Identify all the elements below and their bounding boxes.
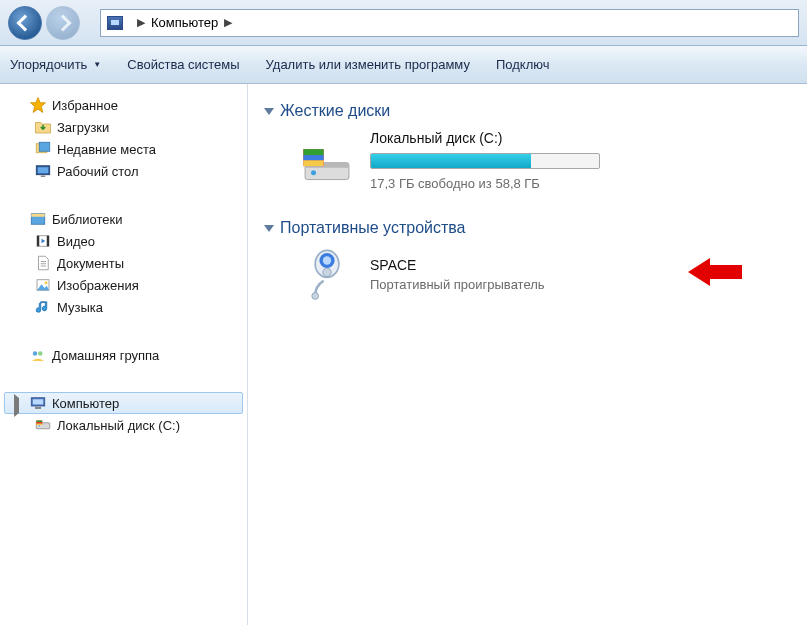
- back-button[interactable]: [8, 6, 42, 40]
- connect-label: Подключ: [496, 57, 550, 72]
- svg-point-34: [323, 256, 331, 264]
- sidebar-item-label: Недавние места: [57, 142, 156, 157]
- svg-rect-19: [35, 407, 41, 409]
- arrow-right-icon: [55, 14, 72, 31]
- sidebar-item-label: Видео: [57, 234, 95, 249]
- drive-title: Локальный диск (C:): [370, 130, 600, 146]
- address-bar[interactable]: ▶ Компьютер ▶: [100, 9, 799, 37]
- arrow-left-icon: [17, 14, 34, 31]
- sidebar-item-label: Библиотеки: [52, 212, 122, 227]
- svg-rect-4: [38, 167, 49, 173]
- svg-point-15: [33, 351, 38, 356]
- toolbar: Упорядочить ▼ Свойства системы Удалить и…: [0, 46, 807, 84]
- sidebar-item-label: Документы: [57, 256, 124, 271]
- uninstall-program-button[interactable]: Удалить или изменить программу: [266, 57, 470, 72]
- navigation-pane: Избранное Загрузки Недавние места Рабочи…: [0, 84, 248, 625]
- svg-rect-30: [303, 160, 323, 166]
- annotation-arrow-icon: [688, 254, 742, 290]
- sidebar-item-label: Избранное: [52, 98, 118, 113]
- sidebar-item-label: Музыка: [57, 300, 103, 315]
- svg-rect-5: [41, 176, 46, 178]
- drive-free-space: 17,3 ГБ свободно из 58,8 ГБ: [370, 176, 600, 191]
- content-pane: Жесткие диски Локальный диск (C:): [248, 84, 807, 625]
- svg-marker-0: [31, 98, 46, 113]
- chevron-right-icon: ▶: [224, 16, 232, 29]
- svg-marker-37: [688, 258, 742, 286]
- storage-bar: [370, 153, 600, 169]
- music-icon: [34, 298, 52, 316]
- folder-download-icon: [34, 118, 52, 136]
- forward-button[interactable]: [46, 6, 80, 40]
- expander-icon[interactable]: [14, 350, 24, 360]
- svg-rect-24: [36, 424, 42, 426]
- device-title: SPACE: [370, 257, 545, 273]
- hard-drive-icon: [300, 134, 354, 188]
- hard-drive-icon: [34, 416, 52, 434]
- sidebar-favorites[interactable]: Избранное: [4, 94, 243, 116]
- document-icon: [34, 254, 52, 272]
- chevron-right-icon: ▶: [137, 16, 145, 29]
- svg-rect-29: [303, 149, 323, 155]
- sidebar-item-documents[interactable]: Документы: [4, 252, 243, 274]
- group-header-portable[interactable]: Портативные устройства: [264, 219, 791, 237]
- svg-rect-9: [37, 236, 39, 247]
- sidebar-item-desktop[interactable]: Рабочий стол: [4, 160, 243, 182]
- chevron-down-icon: ▼: [93, 60, 101, 69]
- svg-point-16: [38, 351, 43, 356]
- organize-button[interactable]: Упорядочить ▼: [10, 57, 101, 72]
- svg-rect-18: [33, 399, 44, 404]
- svg-point-36: [312, 293, 319, 300]
- nav-bar: ▶ Компьютер ▶: [0, 0, 807, 46]
- star-icon: [29, 96, 47, 114]
- group-header-drives[interactable]: Жесткие диски: [264, 102, 791, 120]
- system-properties-button[interactable]: Свойства системы: [127, 57, 239, 72]
- sidebar-item-pictures[interactable]: Изображения: [4, 274, 243, 296]
- sidebar-item-label: Загрузки: [57, 120, 109, 135]
- sidebar-item-music[interactable]: Музыка: [4, 296, 243, 318]
- svg-point-35: [323, 268, 331, 276]
- sidebar-homegroup[interactable]: Домашняя группа: [4, 344, 243, 366]
- group-title: Жесткие диски: [280, 102, 390, 120]
- sidebar-item-label: Локальный диск (C:): [57, 418, 180, 433]
- sidebar-item-label: Рабочий стол: [57, 164, 139, 179]
- breadcrumb-root[interactable]: Компьютер: [151, 15, 218, 30]
- sidebar-item-recent[interactable]: Недавние места: [4, 138, 243, 160]
- drive-item-c[interactable]: Локальный диск (C:) 17,3 ГБ свободно из …: [300, 130, 791, 191]
- video-icon: [34, 232, 52, 250]
- computer-icon: [107, 16, 123, 30]
- expander-icon[interactable]: [14, 214, 24, 224]
- svg-rect-7: [31, 214, 45, 217]
- sidebar-computer[interactable]: Компьютер: [4, 392, 243, 414]
- svg-point-27: [311, 170, 316, 175]
- collapse-icon: [264, 108, 274, 115]
- sidebar-item-local-disk-c[interactable]: Локальный диск (C:): [4, 414, 243, 436]
- svg-rect-23: [36, 421, 42, 423]
- group-title: Портативные устройства: [280, 219, 466, 237]
- sidebar-item-label: Компьютер: [52, 396, 119, 411]
- expander-icon[interactable]: [14, 398, 24, 408]
- sidebar-item-label: Изображения: [57, 278, 139, 293]
- desktop-icon: [34, 162, 52, 180]
- svg-rect-2: [39, 142, 50, 151]
- device-subtitle: Портативный проигрыватель: [370, 277, 545, 292]
- recent-icon: [34, 140, 52, 158]
- uninstall-label: Удалить или изменить программу: [266, 57, 470, 72]
- svg-rect-31: [303, 155, 323, 160]
- media-player-icon: [300, 247, 354, 301]
- sysprops-label: Свойства системы: [127, 57, 239, 72]
- svg-point-21: [39, 425, 41, 427]
- storage-fill: [371, 154, 531, 168]
- expander-icon[interactable]: [14, 100, 24, 110]
- svg-rect-10: [47, 236, 49, 247]
- sidebar-item-videos[interactable]: Видео: [4, 230, 243, 252]
- connect-button[interactable]: Подключ: [496, 57, 550, 72]
- sidebar-item-downloads[interactable]: Загрузки: [4, 116, 243, 138]
- svg-point-14: [45, 281, 48, 284]
- organize-label: Упорядочить: [10, 57, 87, 72]
- sidebar-item-label: Домашняя группа: [52, 348, 159, 363]
- computer-icon: [29, 394, 47, 412]
- sidebar-libraries[interactable]: Библиотеки: [4, 208, 243, 230]
- homegroup-icon: [29, 346, 47, 364]
- libraries-icon: [29, 210, 47, 228]
- pictures-icon: [34, 276, 52, 294]
